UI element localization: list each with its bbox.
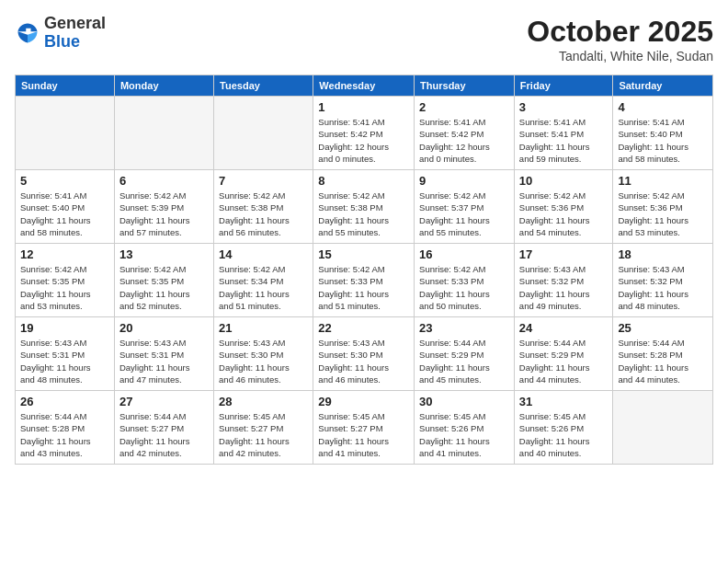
day-number: 21 [219,321,308,335]
day-info: Sunrise: 5:43 AM Sunset: 5:31 PM Dayligh… [20,337,109,385]
day-info: Sunrise: 5:43 AM Sunset: 5:30 PM Dayligh… [219,337,308,385]
table-row: 20Sunrise: 5:43 AM Sunset: 5:31 PM Dayli… [114,317,213,391]
day-number: 23 [419,321,509,335]
day-info: Sunrise: 5:43 AM Sunset: 5:31 PM Dayligh… [119,337,209,385]
table-row [214,97,313,170]
day-number: 18 [618,247,708,261]
day-info: Sunrise: 5:45 AM Sunset: 5:27 PM Dayligh… [219,410,308,459]
table-row: 3Sunrise: 5:41 AM Sunset: 5:41 PM Daylig… [514,97,613,170]
day-info: Sunrise: 5:45 AM Sunset: 5:26 PM Dayligh… [419,410,509,459]
header-monday: Monday [114,75,213,97]
day-number: 12 [20,247,109,261]
week-row-3: 19Sunrise: 5:43 AM Sunset: 5:31 PM Dayli… [16,317,713,391]
table-row [114,97,213,170]
table-row: 19Sunrise: 5:43 AM Sunset: 5:31 PM Dayli… [16,317,115,391]
header-friday: Friday [514,75,613,97]
table-row: 11Sunrise: 5:42 AM Sunset: 5:36 PM Dayli… [613,170,713,244]
day-number: 1 [318,100,409,114]
day-number: 3 [519,100,609,114]
table-row: 7Sunrise: 5:42 AM Sunset: 5:38 PM Daylig… [214,170,313,244]
day-info: Sunrise: 5:43 AM Sunset: 5:30 PM Dayligh… [318,337,409,385]
logo-blue-text: Blue [44,32,80,51]
day-number: 15 [318,247,409,261]
day-info: Sunrise: 5:42 AM Sunset: 5:35 PM Dayligh… [20,263,109,312]
table-row: 31Sunrise: 5:45 AM Sunset: 5:26 PM Dayli… [514,391,613,465]
table-row: 12Sunrise: 5:42 AM Sunset: 5:35 PM Dayli… [16,244,115,317]
day-info: Sunrise: 5:42 AM Sunset: 5:39 PM Dayligh… [119,190,209,238]
table-row: 2Sunrise: 5:41 AM Sunset: 5:42 PM Daylig… [415,97,515,170]
day-info: Sunrise: 5:41 AM Sunset: 5:40 PM Dayligh… [618,116,708,165]
day-number: 16 [419,247,509,261]
day-info: Sunrise: 5:41 AM Sunset: 5:40 PM Dayligh… [20,190,109,238]
day-info: Sunrise: 5:42 AM Sunset: 5:33 PM Dayligh… [419,263,509,312]
header-wednesday: Wednesday [313,75,415,97]
table-row: 25Sunrise: 5:44 AM Sunset: 5:28 PM Dayli… [613,317,713,391]
day-number: 13 [119,247,209,261]
table-row: 15Sunrise: 5:42 AM Sunset: 5:33 PM Dayli… [313,244,415,317]
day-info: Sunrise: 5:45 AM Sunset: 5:27 PM Dayligh… [318,410,409,459]
day-info: Sunrise: 5:42 AM Sunset: 5:37 PM Dayligh… [419,190,509,238]
day-number: 7 [219,174,308,188]
day-info: Sunrise: 5:41 AM Sunset: 5:42 PM Dayligh… [318,116,409,165]
header-sunday: Sunday [16,75,115,97]
title-block: October 2025 Tandalti, White Nile, Sudan [527,15,713,63]
day-info: Sunrise: 5:42 AM Sunset: 5:36 PM Dayligh… [519,190,609,238]
day-number: 29 [318,395,409,408]
day-info: Sunrise: 5:44 AM Sunset: 5:28 PM Dayligh… [20,410,109,459]
table-row: 24Sunrise: 5:44 AM Sunset: 5:29 PM Dayli… [514,317,613,391]
table-row: 16Sunrise: 5:42 AM Sunset: 5:33 PM Dayli… [415,244,515,317]
table-row: 21Sunrise: 5:43 AM Sunset: 5:30 PM Dayli… [214,317,313,391]
day-info: Sunrise: 5:44 AM Sunset: 5:28 PM Dayligh… [618,337,708,385]
day-number: 10 [519,174,609,188]
day-number: 17 [519,247,609,261]
location: Tandalti, White Nile, Sudan [527,49,713,63]
day-info: Sunrise: 5:44 AM Sunset: 5:27 PM Dayligh… [119,410,209,459]
day-number: 25 [618,321,708,335]
day-info: Sunrise: 5:42 AM Sunset: 5:38 PM Dayligh… [219,190,308,238]
day-number: 11 [618,174,708,188]
day-number: 22 [318,321,409,335]
table-row: 1Sunrise: 5:41 AM Sunset: 5:42 PM Daylig… [313,97,415,170]
table-row: 10Sunrise: 5:42 AM Sunset: 5:36 PM Dayli… [514,170,613,244]
page-header: General Blue October 2025 Tandalti, Whit… [15,15,713,63]
week-row-1: 5Sunrise: 5:41 AM Sunset: 5:40 PM Daylig… [16,170,713,244]
day-number: 4 [618,100,708,114]
table-row: 26Sunrise: 5:44 AM Sunset: 5:28 PM Dayli… [16,391,115,465]
day-info: Sunrise: 5:41 AM Sunset: 5:42 PM Dayligh… [419,116,509,165]
day-info: Sunrise: 5:42 AM Sunset: 5:38 PM Dayligh… [318,190,409,238]
table-row: 5Sunrise: 5:41 AM Sunset: 5:40 PM Daylig… [16,170,115,244]
day-number: 31 [519,395,609,408]
day-number: 14 [219,247,308,261]
day-info: Sunrise: 5:44 AM Sunset: 5:29 PM Dayligh… [419,337,509,385]
day-number: 24 [519,321,609,335]
table-row: 4Sunrise: 5:41 AM Sunset: 5:40 PM Daylig… [613,97,713,170]
table-row: 8Sunrise: 5:42 AM Sunset: 5:38 PM Daylig… [313,170,415,244]
week-row-4: 26Sunrise: 5:44 AM Sunset: 5:28 PM Dayli… [16,391,713,465]
day-number: 5 [20,174,109,188]
table-row: 13Sunrise: 5:42 AM Sunset: 5:35 PM Dayli… [114,244,213,317]
header-tuesday: Tuesday [214,75,313,97]
day-info: Sunrise: 5:42 AM Sunset: 5:34 PM Dayligh… [219,263,308,312]
day-info: Sunrise: 5:45 AM Sunset: 5:26 PM Dayligh… [519,410,609,459]
table-row: 28Sunrise: 5:45 AM Sunset: 5:27 PM Dayli… [214,391,313,465]
header-thursday: Thursday [415,75,515,97]
day-number: 6 [119,174,209,188]
table-row [16,97,115,170]
day-number: 27 [119,395,209,408]
table-row: 9Sunrise: 5:42 AM Sunset: 5:37 PM Daylig… [415,170,515,244]
month-title: October 2025 [527,15,713,49]
weekday-header-row: Sunday Monday Tuesday Wednesday Thursday… [16,75,713,97]
logo-icon [15,20,40,46]
table-row: 22Sunrise: 5:43 AM Sunset: 5:30 PM Dayli… [313,317,415,391]
table-row: 14Sunrise: 5:42 AM Sunset: 5:34 PM Dayli… [214,244,313,317]
day-number: 9 [419,174,509,188]
table-row: 29Sunrise: 5:45 AM Sunset: 5:27 PM Dayli… [313,391,415,465]
day-info: Sunrise: 5:44 AM Sunset: 5:29 PM Dayligh… [519,337,609,385]
day-number: 8 [318,174,409,188]
table-row: 17Sunrise: 5:43 AM Sunset: 5:32 PM Dayli… [514,244,613,317]
table-row [613,391,713,465]
table-row: 23Sunrise: 5:44 AM Sunset: 5:29 PM Dayli… [415,317,515,391]
day-info: Sunrise: 5:42 AM Sunset: 5:36 PM Dayligh… [618,190,708,238]
day-info: Sunrise: 5:43 AM Sunset: 5:32 PM Dayligh… [618,263,708,312]
header-saturday: Saturday [613,75,713,97]
